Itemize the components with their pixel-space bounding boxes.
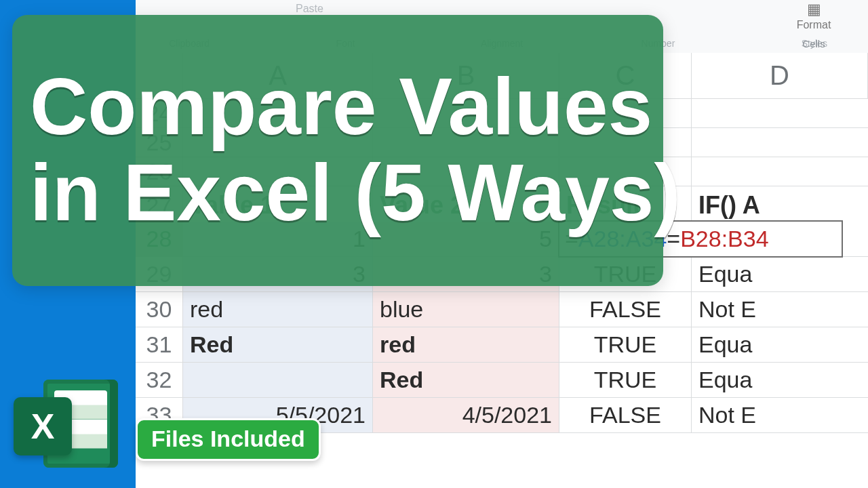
cell-d26[interactable] [692,157,868,186]
cell-d27[interactable]: IF() A [692,186,868,224]
formula-ref-b2: :B34 [722,226,769,252]
paste-label: Paste [296,3,323,15]
cell-c31[interactable]: TRUE [559,327,692,362]
stage: Paste Clipboard Font Alignment Number St… [0,0,868,488]
formula-ref-b1: B28 [680,226,722,252]
cell-c30[interactable]: FALSE [559,292,692,327]
row-header-30[interactable]: 30 [136,292,183,327]
cell-d32[interactable]: Equa [692,363,868,397]
cell-a31[interactable]: Red [183,327,373,362]
cell-b30[interactable]: blue [373,292,559,327]
excel-app-icon: X [14,373,122,474]
title-overlay: Compare Values in Excel (5 Ways) [12,15,663,286]
cell-d29[interactable]: Equa [692,257,868,291]
cell-b33[interactable]: 4/5/2021 [373,398,559,432]
row-header-32[interactable]: 32 [136,363,183,397]
excel-x-badge: X [14,397,72,455]
format-icon[interactable]: ▦ [760,1,868,18]
row-header-31[interactable]: 31 [136,327,183,362]
cell-d25[interactable] [692,128,868,157]
title-line-1: Compare Values [30,64,646,150]
cell-d31[interactable]: Equa [692,327,868,362]
cell-d24[interactable] [692,99,868,127]
cell-d33[interactable]: Not E [692,398,868,432]
ribbon-cells-group: ▦ Format Cells [760,1,868,49]
cell-a32[interactable] [183,363,373,397]
row-30: 30 red blue FALSE Not E [136,292,868,327]
files-included-badge: Files Included [136,418,321,461]
col-header-d[interactable]: D [692,53,868,98]
row-32: 32 Red TRUE Equa [136,363,868,398]
cell-b31[interactable]: red [373,327,559,362]
cell-b32[interactable]: Red [373,363,559,397]
row-31: 31 Red red TRUE Equa [136,327,868,363]
cells-group-label: Cells [760,38,868,49]
cell-d30[interactable]: Not E [692,292,868,327]
format-label[interactable]: Format [760,19,868,31]
cell-c32[interactable]: TRUE [559,363,692,397]
cell-a30[interactable]: red [183,292,373,327]
title-line-2: in Excel (5 Ways) [30,150,646,236]
cell-c33[interactable]: FALSE [559,398,692,432]
